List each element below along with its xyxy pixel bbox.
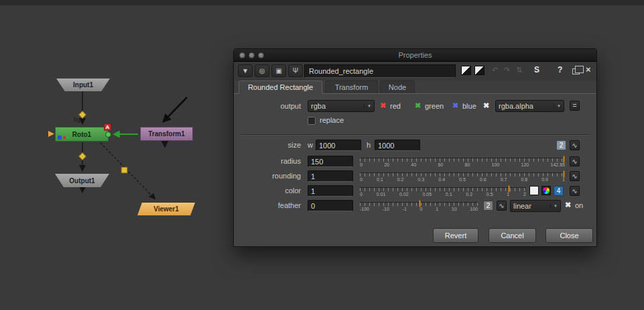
node-transform1[interactable]: Transform1 [140,127,193,141]
tick-label: 0.7 [501,177,507,182]
radius-input[interactable] [308,156,353,167]
channel-green-checkbox[interactable]: ✖ [415,101,421,110]
color-swatch[interactable] [529,186,539,195]
rounding-input[interactable] [308,170,353,182]
node-roto1[interactable]: A Roto1 [55,127,109,142]
tick-label: 0.1 [377,177,383,182]
channel-red-label: red [390,102,401,110]
on-checkbox[interactable]: ✖ [565,201,571,209]
tick-label: 0.4 [438,177,445,182]
on-label: on [575,201,583,209]
node-input1-label: Input1 [73,81,93,89]
roto-input-arrow-icon [48,131,54,137]
node-transform1-label: Transform1 [148,130,184,138]
color-wheel-icon[interactable] [541,186,551,195]
roto-output-dot-icon [105,132,111,138]
feather-dimension-button[interactable]: 2 [483,201,493,211]
color-dimension-button[interactable]: 4 [554,186,564,196]
tick-label: 20 [384,162,389,167]
tick-label: -10 [383,207,389,211]
channel-red-checkbox[interactable]: ✖ [380,101,386,110]
size-dimension-button[interactable]: 2 [556,140,566,150]
output-channels-value: rgba [311,102,326,110]
size-h-input[interactable] [375,140,420,151]
tick-label: 0.3 [418,177,425,182]
roto-channel-chip-red-icon [63,136,66,139]
size-w-label: w [308,141,313,149]
alpha-channel-value: rgba.alpha [499,102,533,110]
rounding-curve-button[interactable]: ∿ [570,171,580,181]
equals-button[interactable]: = [570,101,580,111]
output-label: output [234,102,301,110]
alpha-channel-dropdown[interactable]: rgba.alpha ▼ [495,100,564,112]
node-viewer1-label: Viewer1 [153,205,179,213]
dropdown-arrow-icon: ▼ [554,104,561,108]
rounding-label: rounding [234,172,301,180]
feather-slider-labels: -100 -10 -1 0 1 10 100 [360,207,478,211]
close-button[interactable]: Close [545,228,593,243]
node-output1-label: Output1 [69,177,94,185]
roto-alpha-badge: A [104,123,111,131]
node-roto1-label: Roto1 [72,131,91,138]
output-channels-dropdown[interactable]: rgba ▼ [308,100,375,112]
tick-label: 0.6 [480,177,487,182]
node-output1[interactable]: Output1 [55,174,109,187]
tick-label: 0 [420,207,423,211]
rounding-slider[interactable]: 0 0.1 0.2 0.3 0.4 0.5 0.6 0.7 0.8 0.9 1 [360,172,565,182]
feather-curve-button[interactable]: ∿ [497,201,507,211]
channel-blue-label: blue [462,102,476,110]
tick-label: 60 [438,162,443,167]
size-w-input[interactable] [316,140,361,151]
properties-window: Properties ▼ ◎ ▣ Ψ ↶ ↷ ⇅ S ? × Rounded R… [233,48,597,247]
tick-label: 0.8 [521,177,527,182]
tick-label: 0 [360,162,363,167]
tick-label: 0 [360,192,363,197]
revert-button[interactable]: Revert [433,228,478,243]
viewer-input-number-label: 1 [148,192,151,199]
tick-label: 0.02 [399,192,409,197]
rounding-slider-ticks [360,172,565,176]
tick-label: 0.2 [466,192,472,197]
size-curve-button[interactable]: ∿ [570,140,580,150]
channel-blue-checkbox[interactable]: ✖ [452,101,458,110]
feather-slider-handle[interactable] [419,200,421,207]
rounding-slider-labels: 0 0.1 0.2 0.3 0.4 0.5 0.6 0.7 0.8 0.9 1 [360,177,565,182]
tick-label: 80 [464,162,470,167]
tick-label: 120 [521,162,529,167]
radius-slider[interactable]: 0 20 40 60 80 100 120 142.85 [360,158,565,167]
roto-channel-chip-blue-icon [58,136,62,140]
roto-channel-chip-green-icon [67,136,70,139]
replace-checkbox[interactable] [308,117,316,125]
tick-label: 0.5 [459,177,466,182]
falloff-value: linear [513,202,531,210]
tick-label: 0.01 [377,192,386,197]
tick-label: 10 [452,207,457,211]
color-input[interactable] [308,185,353,197]
tick-label: -1 [403,207,407,211]
node-viewer1[interactable]: Viewer1 [137,203,195,215]
falloff-dropdown[interactable]: linear ▼ [510,200,561,212]
color-slider[interactable]: 0 0.01 0.02 0.05 0.1 0.2 0.5 1 2 [360,187,526,197]
radius-slider-handle[interactable] [563,156,565,163]
replace-label: replace [320,116,344,124]
color-label: color [234,187,301,195]
feather-slider[interactable]: -100 -10 -1 0 1 10 100 [360,202,478,211]
radius-curve-button[interactable]: ∿ [570,156,580,166]
color-curve-button[interactable]: ∿ [570,186,580,196]
tick-label: 0.5 [487,192,493,197]
dropdown-arrow-icon: ▼ [364,104,371,108]
node-input1[interactable]: Input1 [56,79,110,91]
tick-label: 0.2 [397,177,404,182]
edge-bg-label: bg [74,116,80,123]
tick-label: 2 [523,192,526,197]
radius-slider-ticks [360,158,565,162]
feather-input[interactable] [308,200,353,211]
channel-alpha-checkbox[interactable]: ✖ [483,101,489,110]
controls-area: output rgba ▼ ✖ red ✖ green ✖ blue ✖ rgb… [234,49,596,246]
channel-green-label: green [425,102,444,110]
color-slider-handle[interactable] [508,185,510,193]
tick-label: -100 [360,207,369,211]
rounding-slider-handle[interactable] [563,170,565,178]
color-slider-labels: 0 0.01 0.02 0.05 0.1 0.2 0.5 1 2 [360,192,526,197]
cancel-button[interactable]: Cancel [489,228,536,243]
